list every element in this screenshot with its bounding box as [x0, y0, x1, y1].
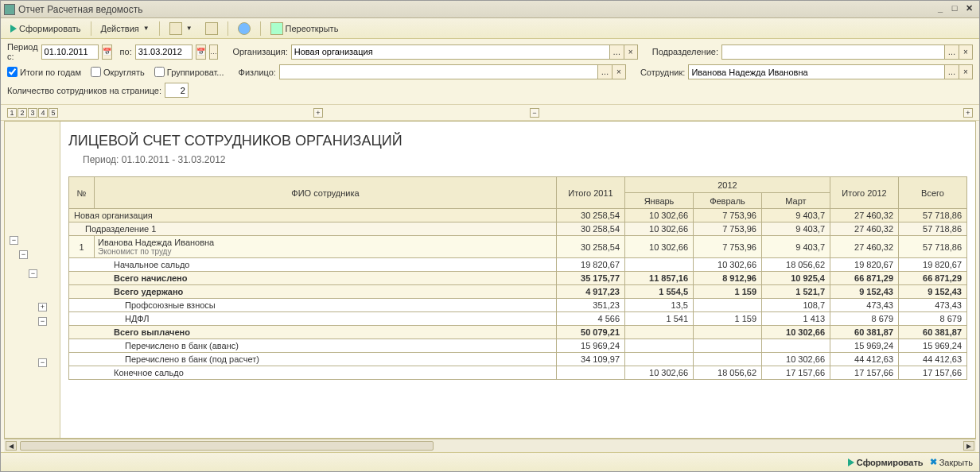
maximize-button[interactable]: □: [947, 3, 962, 16]
outline-bar: 1 2 3 4 5 + − +: [1, 105, 979, 121]
tool-icon: [169, 22, 182, 35]
help-button[interactable]: [233, 21, 255, 37]
tree-node[interactable]: −: [38, 317, 47, 326]
close-button-bottom[interactable]: ✖ Закрыть: [930, 457, 973, 467]
period-to-input[interactable]: [135, 44, 192, 60]
table-row[interactable]: Перечислено в банк (под расчет) 34 109,9…: [69, 353, 967, 366]
close-button[interactable]: ✕: [962, 3, 976, 16]
org-clear-button[interactable]: ×: [624, 44, 638, 60]
tree-node[interactable]: −: [29, 269, 37, 278]
th-2012: 2012: [625, 177, 830, 193]
employee-clear-button[interactable]: ×: [959, 64, 973, 79]
outline-level-4[interactable]: 4: [38, 108, 48, 118]
dep-label: Подразделение:: [652, 47, 718, 56]
yearly-checkbox[interactable]: Итоги по годам: [7, 67, 81, 77]
th-fio: ФИО сотрудника: [95, 177, 557, 209]
report-area: − − − + − − ЛИЦЕВОЙ СЧЕТ СОТРУДНИКОВ ОРГ…: [4, 121, 976, 439]
filter-panel: Период с: 📅 по: 📅 … Организация: … × Под…: [1, 39, 979, 105]
close-icon: ✖: [930, 457, 937, 467]
outline-level-1[interactable]: 1: [7, 108, 17, 118]
window-root: Отчет Расчетная ведомость _ □ ✕ Сформиро…: [0, 0, 980, 472]
outline-level-2[interactable]: 2: [18, 108, 27, 118]
tree-node[interactable]: −: [38, 358, 47, 367]
tree-node[interactable]: −: [19, 250, 28, 259]
tool-btn-1[interactable]: ▼: [165, 21, 197, 37]
scroll-left-icon[interactable]: ◀: [6, 441, 17, 451]
titlebar: Отчет Расчетная ведомость _ □ ✕: [1, 1, 979, 18]
table-row[interactable]: Начальное сальдо 19 820,67 10 302,66 18 …: [69, 258, 967, 272]
reopen-button[interactable]: Переоткрыть: [266, 21, 344, 37]
table-row[interactable]: Всего выплачено 50 079,21 10 302,66 60 3…: [69, 326, 967, 339]
period-to-label: по:: [120, 47, 132, 56]
th-feb: Февраль: [694, 193, 762, 209]
employee-position: Экономист по труду: [98, 247, 551, 256]
outline-level-3[interactable]: 3: [28, 108, 37, 118]
reopen-label: Переоткрыть: [286, 24, 339, 33]
actions-dropdown[interactable]: Действия ▼: [96, 22, 154, 35]
table-row-subdiv[interactable]: Подразделение 1 30 258,54 10 302,66 7 75…: [69, 222, 967, 236]
dep-select-button[interactable]: …: [944, 44, 959, 60]
outline-expand-right[interactable]: +: [963, 108, 973, 118]
org-select-button[interactable]: …: [609, 44, 624, 60]
date-dots[interactable]: …: [209, 44, 219, 60]
chevron-down-icon: ▼: [186, 25, 192, 32]
table-row-org[interactable]: Новая организация 30 258,54 10 302,66 7 …: [69, 209, 967, 222]
play-icon: [848, 458, 854, 466]
table-row[interactable]: Профсоюзные взносы 351,23 13,5 108,7 473…: [69, 299, 967, 312]
table-row[interactable]: Конечное сальдо 10 302,66 18 056,62 17 1…: [69, 366, 967, 380]
th-jan: Январь: [625, 193, 694, 209]
report-period: Период: 01.10.2011 - 31.03.2012: [83, 154, 967, 165]
table-row[interactable]: Перечислено в банк (аванс) 15 969,24 15 …: [69, 339, 967, 353]
th-total2011: Итого 2011: [557, 177, 625, 209]
table-row-employee[interactable]: 1 Иванова Надежда Ивановна Экономист по …: [69, 236, 967, 258]
person-clear-button[interactable]: ×: [612, 64, 626, 79]
period-from-label: Период с:: [7, 42, 38, 61]
th-num: №: [69, 177, 95, 209]
dep-clear-button[interactable]: ×: [959, 44, 973, 60]
toolbar: Сформировать Действия ▼ ▼ Переоткрыть: [1, 18, 979, 39]
separator: [91, 21, 91, 36]
employee-name: Иванова Надежда Ивановна: [98, 238, 551, 247]
scroll-thumb[interactable]: [20, 441, 434, 451]
table-row[interactable]: Всего начислено 35 175,77 11 857,16 8 91…: [69, 272, 967, 285]
form-button-bottom[interactable]: Сформировать: [848, 458, 924, 467]
date-picker-from[interactable]: 📅: [102, 44, 112, 60]
form-button-label: Сформировать: [19, 24, 81, 33]
minimize-button[interactable]: _: [933, 3, 947, 16]
employee-input[interactable]: [688, 64, 944, 79]
tool-icon: [205, 22, 218, 35]
tree-node[interactable]: −: [10, 236, 18, 245]
separator: [228, 21, 228, 36]
outline-expand[interactable]: +: [313, 108, 323, 118]
date-picker-to[interactable]: 📅: [196, 44, 206, 60]
bottom-bar: Сформировать ✖ Закрыть: [1, 452, 979, 471]
group-checkbox[interactable]: Группироват...: [154, 67, 224, 77]
period-from-input[interactable]: [41, 44, 99, 60]
window-title: Отчет Расчетная ведомость: [18, 4, 933, 15]
play-icon: [10, 25, 17, 33]
th-grand: Всего: [899, 177, 967, 209]
table-row[interactable]: Всего удержано 4 917,23 1 554,5 1 159 1 …: [69, 285, 967, 299]
app-icon: [4, 4, 15, 15]
horizontal-scrollbar[interactable]: ◀ ▶: [4, 439, 976, 452]
employee-select-button[interactable]: …: [944, 64, 959, 79]
dep-input[interactable]: [721, 44, 944, 60]
tool-btn-2[interactable]: [200, 21, 223, 37]
help-icon: [238, 22, 251, 35]
table-row[interactable]: НДФЛ 4 566 1 541 1 159 1 413 8 679 8 679: [69, 312, 967, 326]
employee-label: Сотрудник:: [640, 68, 686, 77]
th-total2012: Итого 2012: [830, 177, 899, 209]
report-title: ЛИЦЕВОЙ СЧЕТ СОТРУДНИКОВ ОРГАНИЗАЦИЙ: [68, 133, 967, 149]
person-input[interactable]: [279, 64, 597, 79]
outline-collapse[interactable]: −: [530, 108, 539, 118]
form-button[interactable]: Сформировать: [6, 22, 86, 35]
actions-label: Действия: [101, 24, 139, 33]
org-input[interactable]: [291, 44, 609, 60]
tree-node[interactable]: +: [38, 303, 47, 311]
separator: [159, 21, 160, 36]
scroll-right-icon[interactable]: ▶: [963, 441, 974, 451]
round-checkbox[interactable]: Округлять: [91, 67, 145, 77]
person-select-button[interactable]: …: [597, 64, 612, 79]
outline-level-5[interactable]: 5: [49, 108, 58, 118]
count-input[interactable]: [165, 83, 189, 98]
